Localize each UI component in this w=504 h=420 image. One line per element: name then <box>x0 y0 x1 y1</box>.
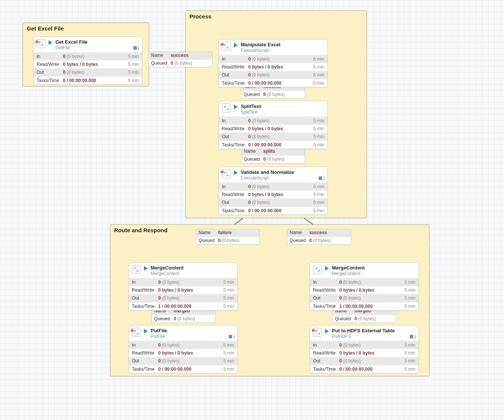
stat-out: 0 (0 bytes) <box>63 69 128 75</box>
run-status-icon <box>234 43 238 47</box>
stat-tt: 0 / 00:00:00.000 <box>248 80 313 86</box>
processor-name: MergeContent <box>332 265 415 271</box>
processor-icon <box>222 103 231 113</box>
stat-out: 0 (0 bytes) <box>248 134 313 140</box>
stat-in: 0 (0 bytes) <box>63 53 128 59</box>
processor-validate-normalize[interactable]: Validate and Normalize ExecuteScript 1 I… <box>218 167 328 215</box>
stat-in: 0 (0 bytes) <box>248 118 313 124</box>
processor-name: Put to HDFS External Table <box>332 328 415 334</box>
warning-icon <box>220 169 224 172</box>
warning-icon <box>130 327 134 331</box>
processor-type: ExecuteScript <box>241 48 324 53</box>
connection-queued: 0 (0 bytes) <box>263 92 285 98</box>
group-title: Process <box>186 11 367 21</box>
processor-manipulate-excel[interactable]: Manipulate Excel ExecuteScript In0 (0 by… <box>218 39 328 87</box>
processor-name: Get Excel File <box>55 39 139 45</box>
run-status-icon <box>325 266 329 271</box>
connection-name: failure <box>218 230 232 236</box>
connection-queued: 0 (0 bytes) <box>354 316 376 322</box>
processor-name: SplitText <box>241 103 324 110</box>
connection-success-1[interactable]: Namesuccess Queued0 (0 bytes) <box>148 52 212 67</box>
run-status-icon <box>234 105 238 109</box>
stat-in: 0 (0 bytes) <box>248 56 313 62</box>
run-status-icon <box>234 170 238 175</box>
stat-rw: 0 bytes / 0 bytes <box>158 287 223 293</box>
stat-out: 0 (0 bytes) <box>248 199 313 205</box>
connection-name: success <box>171 53 188 59</box>
stat-in: 0 (0 bytes) <box>158 279 223 285</box>
svg-rect-3 <box>222 45 223 46</box>
processor-type: MergeContent <box>332 271 415 276</box>
thread-count-badge: 1 <box>133 46 140 50</box>
thread-count-badge: 1 <box>319 176 325 181</box>
stat-rw: 0 bytes / 0 bytes <box>63 61 128 67</box>
processor-type: PutHDFS <box>332 334 415 339</box>
svg-rect-5 <box>222 173 223 173</box>
processor-name: Validate and Normalize <box>241 169 324 175</box>
connection-failure[interactable]: Namefailure Queued0 (0 bytes) <box>196 229 260 245</box>
stat-rw: 0 bytes / 0 bytes <box>248 192 313 198</box>
run-status-icon <box>144 329 148 333</box>
stat-tt: 0 / 00:00:00.000 <box>63 78 128 84</box>
processor-type: PutFile <box>151 334 234 339</box>
connection-splits[interactable]: Namesplits Queued0 (0 bytes) <box>241 148 305 163</box>
stat-rw: 0 bytes / 0 bytes <box>248 126 313 132</box>
processor-icon <box>132 265 141 274</box>
stat-tt: 0 / 00:00:00.000 <box>248 208 313 214</box>
stat-tt: 0 / 00:00:00.000 <box>339 366 405 372</box>
stat-rw: 0 bytes / 0 bytes <box>248 64 313 70</box>
stat-tt: 1 / 00:00:00.000 <box>158 303 223 309</box>
stat-out: 0 (0 bytes) <box>339 358 405 364</box>
stat-tt: 1 / 00:00:00.000 <box>339 303 405 309</box>
processor-putfile[interactable]: PutFile PutFile 1 In0 (0 bytes)5 min Rea… <box>128 325 238 373</box>
svg-rect-1 <box>37 43 37 43</box>
processor-name: Manipulate Excel <box>241 42 324 48</box>
warning-icon <box>312 327 315 331</box>
group-title: Route and Respond <box>110 225 429 235</box>
processor-type: SplitText <box>241 110 324 115</box>
connection-name: success <box>309 230 327 236</box>
svg-rect-0 <box>37 41 37 42</box>
stat-rw: 0 bytes / 0 bytes <box>339 350 405 356</box>
stat-rw: 0 bytes / 0 bytes <box>339 287 405 293</box>
stat-in: 0 (0 bytes) <box>339 342 405 348</box>
processor-name: MergeContent <box>151 265 234 271</box>
stat-out: 0 (0 bytes) <box>339 295 405 301</box>
connection-queued: 0 (0 bytes) <box>218 238 240 244</box>
processor-get-excel-file[interactable]: Get Excel File GetFile 1 In0 (0 bytes)5 … <box>33 37 142 85</box>
svg-rect-7 <box>132 331 133 332</box>
run-status-icon <box>325 329 329 333</box>
stat-out: 0 (0 bytes) <box>158 295 223 301</box>
stat-in: 0 (0 bytes) <box>158 342 223 348</box>
thread-count-badge: 1 <box>410 335 416 339</box>
warning-icon <box>35 38 39 42</box>
stat-tt: 0 / 00:00:00.000 <box>248 142 313 148</box>
svg-rect-2 <box>222 44 223 45</box>
connection-queued: 0 (0 bytes) <box>171 61 192 67</box>
stat-out: 0 (0 bytes) <box>158 358 223 364</box>
stat-in: 0 (0 bytes) <box>339 279 405 285</box>
processor-icon <box>313 265 322 274</box>
connection-queued: 0 (0 bytes) <box>174 316 195 322</box>
connection-queued: 0 (0 bytes) <box>263 157 285 163</box>
connection-queued: 0 (0 bytes) <box>309 238 331 244</box>
run-status-icon <box>49 40 52 45</box>
stat-in: 0 (0 bytes) <box>248 184 313 190</box>
processor-splittext[interactable]: SplitText SplitText In0 (0 bytes)5 min R… <box>218 101 328 149</box>
processor-puthdfs[interactable]: Put to HDFS External Table PutHDFS 1 In0… <box>310 325 419 373</box>
processor-mergecontent-right[interactable]: MergeContent MergeContent In0 (0 bytes)5… <box>310 262 419 310</box>
stat-rw: 0 bytes / 0 bytes <box>158 350 223 356</box>
group-title: Get Excel File <box>23 23 149 33</box>
run-status-icon <box>144 266 148 271</box>
processor-type: GetFile <box>55 45 139 50</box>
processor-name: PutFile <box>151 328 234 334</box>
stat-tt: 0 / 00:00:00.000 <box>158 366 223 372</box>
connection-name: splits <box>263 149 275 155</box>
connection-success-3[interactable]: Namesuccess Queued0 (0 bytes) <box>287 229 351 245</box>
svg-rect-4 <box>222 171 223 172</box>
processor-type: MergeContent <box>151 271 234 276</box>
processor-type: ExecuteScript <box>241 175 324 181</box>
svg-rect-6 <box>132 330 133 331</box>
warning-icon <box>220 41 224 45</box>
processor-mergecontent-left[interactable]: MergeContent MergeContent In0 (0 bytes)5… <box>128 262 238 310</box>
